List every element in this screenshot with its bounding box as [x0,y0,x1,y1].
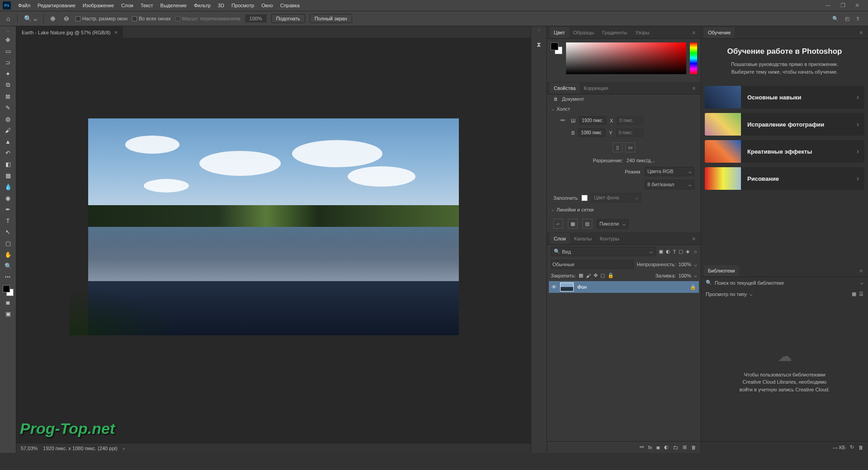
list-view-icon[interactable]: ☰ [859,291,863,297]
adjustments-tab[interactable]: Коррекция [580,83,612,94]
layer-filter[interactable]: 🔍Вид⌵ [551,247,656,256]
search-icon[interactable]: 🔍 [832,16,839,22]
learn-item-photo[interactable]: Исправление фотографии› [705,113,864,136]
zoom-out-icon[interactable]: ⊖ [62,15,71,22]
hue-slider[interactable] [690,42,697,74]
dropdown-icon[interactable]: ⌵ [860,280,863,286]
lock-icon[interactable]: 🔒 [690,284,696,290]
eraser-tool[interactable]: ◧ [2,159,14,169]
document-tab[interactable]: Earth - Lake Nature.jpg @ 57% (RGB/8) × [16,26,123,38]
frame-icon[interactable]: ◰ [845,16,849,22]
resize-checkbox[interactable] [75,16,80,21]
delete-icon[interactable]: 🗑 [691,445,696,450]
rulers-section[interactable]: Линейки и сетки [557,207,594,212]
lock-position-icon[interactable]: ✥ [594,273,598,278]
layer-row[interactable]: 👁 Фон 🔒 [549,281,699,293]
window-restore[interactable]: ❐ [838,2,847,9]
filter-image-icon[interactable]: ▣ [659,249,663,254]
panel-menu-icon[interactable]: ≡ [690,85,698,91]
frame-tool[interactable]: ⊠ [2,91,14,101]
filter-toggle[interactable]: ○ [694,249,697,254]
history-brush-tool[interactable]: ↶ [2,148,14,158]
menu-help[interactable]: Справка [277,1,303,10]
panel-menu-icon[interactable]: ≡ [690,236,698,241]
wand-tool[interactable]: ✦ [2,69,14,79]
crop-tool[interactable]: ⧉ [2,80,14,90]
pen-tool[interactable]: ✒ [2,204,14,214]
patterns-tab[interactable]: Узоры [631,27,653,38]
properties-tab[interactable]: Свойства [550,83,580,94]
grid-icon[interactable]: ▦ [568,219,578,229]
zoom-level[interactable]: 57,03% [21,446,38,451]
dodge-tool[interactable]: ◉ [2,193,14,203]
zoom-in-icon[interactable]: ⊕ [48,15,57,22]
panel-menu-icon[interactable]: ≡ [857,268,865,273]
hand-tool[interactable]: ✋ [2,249,14,259]
eyedropper-tool[interactable]: ✎ [2,103,14,113]
menu-3d[interactable]: 3D [214,1,228,10]
link-layers-icon[interactable]: ⚯ [640,444,644,450]
screenmode-tool[interactable]: ▣ [2,309,14,319]
stamp-tool[interactable]: ▲ [2,136,14,146]
group-icon[interactable]: 🗀 [673,445,678,450]
width-input[interactable]: 1920 пикс [579,116,606,125]
grid-view-icon[interactable]: ▦ [852,291,856,297]
type-tool[interactable]: T [2,216,14,226]
panel-menu-icon[interactable]: ≡ [690,30,698,35]
fill-swatch[interactable] [581,195,588,201]
menu-select[interactable]: Выделение [157,1,190,10]
fx-icon[interactable]: fx [648,445,652,450]
gradients-tab[interactable]: Градиенты [598,27,631,38]
path-tool[interactable]: ↖ [2,227,14,237]
edit-toolbar[interactable]: ••• [2,272,14,282]
brush-tool[interactable]: 🖌 [2,125,14,135]
learn-item-creative[interactable]: Креативные эффекты› [705,140,864,163]
window-close[interactable]: ✕ [853,2,862,9]
color-swatch[interactable] [3,285,14,296]
heal-tool[interactable]: ◍ [2,114,14,124]
zoom-tool[interactable]: 🔍 [2,261,14,271]
blur-tool[interactable]: 💧 [2,182,14,192]
share-icon[interactable]: ⇪ [856,16,860,22]
portrait-icon[interactable]: ▯ [613,142,623,152]
layers-tab[interactable]: Слои [550,233,570,244]
learn-item-drawing[interactable]: Рисование› [705,167,864,190]
lock-all-icon[interactable]: 🔒 [608,273,614,278]
gradient-tool[interactable]: ▦ [2,170,14,180]
zoom-input[interactable]: 100% [245,14,267,23]
panel-menu-icon[interactable]: ≡ [857,30,865,35]
doc-info[interactable]: 1920 пикс. x 1080 пикс. (240 ppi) [43,446,117,451]
ruler-icon[interactable]: ⌐ [553,219,563,229]
home-icon[interactable]: ⌂ [4,14,13,23]
quickmask-tool[interactable]: ◙ [2,297,14,307]
adjustment-icon[interactable]: ◐ [664,444,669,450]
color-tab[interactable]: Цвет [550,27,569,38]
fullscreen-button[interactable]: Полный экран [310,14,352,23]
color-picker[interactable] [566,42,686,74]
blend-select[interactable]: Обычные [551,260,634,269]
move-tool[interactable]: ✥ [2,35,14,45]
landscape-icon[interactable]: ▭ [625,142,635,152]
library-search[interactable]: Поиск по текущей библиотеке [715,280,858,286]
new-layer-icon[interactable]: ⊞ [683,444,687,450]
allwin-checkbox[interactable] [132,16,137,21]
channels-tab[interactable]: Каналы [570,233,596,244]
marquee-tool[interactable]: ▭ [2,46,14,56]
filter-adjust-icon[interactable]: ◐ [666,249,670,254]
lock-pixels-icon[interactable]: ▩ [579,273,583,278]
fill-select[interactable]: Цвет фона⌵ [591,193,641,202]
y-input[interactable]: 0 пикс. [616,128,643,137]
status-chevron-icon[interactable]: › [123,446,125,451]
paths-tab[interactable]: Контуры [596,233,623,244]
menu-layers[interactable]: Слои [118,1,137,10]
menu-edit[interactable]: Редактирование [34,1,79,10]
learn-tab[interactable]: Обучение [704,27,735,38]
tab-close-icon[interactable]: × [114,29,118,36]
menu-view[interactable]: Просмотр [228,1,258,10]
lock-brush-icon[interactable]: 🖌 [586,273,591,278]
lock-artboard-icon[interactable]: ▢ [600,273,605,278]
expand-strip-icon[interactable]: ‹‹ [538,28,540,33]
menu-image[interactable]: Изображение [79,1,118,10]
guides-icon[interactable]: ▨ [582,219,592,229]
canvas-section[interactable]: Холст [557,106,570,112]
